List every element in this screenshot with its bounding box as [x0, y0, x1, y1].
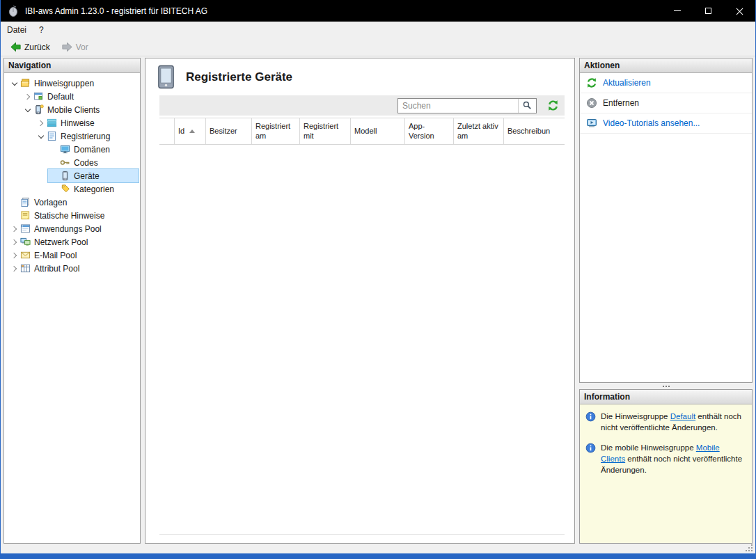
- expander-spacer: [48, 183, 60, 195]
- column-header-id[interactable]: Id: [175, 118, 206, 144]
- tree-item-registrierung[interactable]: Registrierung: [4, 129, 140, 143]
- tree-item-label: Codes: [74, 158, 98, 168]
- tree-item-label: Statische Hinweise: [34, 211, 104, 221]
- info-text: Die mobile Hinweisgruppe Mobile Clients …: [601, 442, 746, 475]
- attribut-pool-icon: [20, 263, 31, 274]
- tree-item-mobile-clients[interactable]: Mobile Clients: [4, 103, 140, 116]
- information-header: Information: [580, 390, 752, 404]
- column-label: Besitzer: [210, 127, 237, 136]
- column-header-app-version[interactable]: App-Version: [405, 118, 454, 144]
- minimize-icon: [674, 10, 681, 11]
- info-item-mobile-clients: Die mobile Hinweisgruppe Mobile Clients …: [585, 442, 746, 475]
- information-body: Die Hinweisgruppe Default enthält noch n…: [580, 404, 752, 543]
- info-text-prefix: Die Hinweisgruppe: [601, 412, 670, 420]
- tree-item-label: E-Mail Pool: [34, 251, 77, 260]
- tree-item-geraete[interactable]: Geräte: [4, 169, 140, 182]
- search-button[interactable]: [518, 99, 536, 113]
- domaenen-icon: [60, 144, 70, 155]
- app-icon: [7, 5, 19, 17]
- panel-splitter[interactable]: [579, 383, 753, 389]
- column-header-registriert-am[interactable]: Registriert am: [252, 118, 300, 144]
- action-aktualisieren[interactable]: Aktualisieren: [580, 73, 752, 93]
- menu-item-datei[interactable]: Datei: [1, 22, 33, 38]
- info-icon: [585, 411, 596, 422]
- minimize-button[interactable]: [661, 0, 693, 22]
- action-video-tutorials[interactable]: Video-Tutorials ansehen...: [580, 113, 752, 134]
- tree-item-hinweisgruppen[interactable]: Hinweisgruppen: [4, 77, 140, 90]
- navigation-panel: Navigation Hinweisgruppen: [3, 58, 141, 544]
- column-label: Registriert am: [255, 122, 296, 141]
- tree-item-label: Geräte: [74, 171, 100, 181]
- tree-item-label: Hinweisgruppen: [34, 79, 94, 88]
- tree-item-anwendungs-pool[interactable]: Anwendungs Pool: [4, 222, 140, 235]
- back-label: Zurück: [24, 42, 50, 52]
- tree-item-hinweise[interactable]: Hinweise: [4, 116, 140, 129]
- tree-item-domaenen[interactable]: Domänen: [4, 143, 140, 156]
- search-input[interactable]: [398, 99, 518, 113]
- maximize-button[interactable]: [693, 0, 724, 22]
- anwendungs-pool-icon: [20, 223, 31, 234]
- chevron-right-icon[interactable]: [8, 249, 20, 261]
- chevron-right-icon[interactable]: [8, 262, 20, 274]
- tree-item-codes[interactable]: Codes: [4, 156, 140, 169]
- info-item-default: Die Hinweisgruppe Default enthält noch n…: [585, 411, 746, 433]
- expander-spacer: [48, 143, 60, 155]
- window-bottom-border: [1, 553, 755, 559]
- action-entfernen[interactable]: Entfernen: [580, 93, 752, 113]
- column-header-zuletzt-aktiv-am[interactable]: Zuletzt aktiv am: [454, 118, 504, 144]
- column-label: Zuletzt aktiv am: [457, 122, 500, 141]
- search-box: [397, 98, 537, 113]
- tree-item-vorlagen[interactable]: Vorlagen: [4, 196, 140, 209]
- tree-item-label: Kategorien: [74, 184, 114, 194]
- action-label: Aktualisieren: [603, 78, 651, 88]
- vorlagen-icon: [20, 197, 31, 207]
- tree-item-statische-hinweise[interactable]: Statische Hinweise: [4, 209, 140, 222]
- tree-item-kategorien[interactable]: Kategorien: [4, 182, 140, 196]
- default-group-icon: [33, 91, 44, 102]
- column-label: Modell: [354, 127, 377, 136]
- refresh-grid-button[interactable]: [546, 99, 560, 113]
- column-label: Beschreibun: [507, 127, 550, 136]
- nav-toolbar: Zurück Vor: [1, 38, 755, 56]
- maximize-icon: [705, 8, 711, 14]
- window-title: IBI-aws Admin 1.23.0 - registriert für I…: [25, 6, 661, 16]
- column-label: Id: [178, 127, 184, 136]
- resize-grip[interactable]: [744, 544, 754, 553]
- column-header-modell[interactable]: Modell: [351, 118, 405, 144]
- chevron-down-icon[interactable]: [22, 104, 33, 116]
- mobile-clients-icon: [33, 104, 44, 115]
- chevron-right-icon[interactable]: [8, 223, 20, 235]
- table-body-empty: [159, 145, 565, 534]
- kategorien-icon: [60, 184, 70, 194]
- main-header: Registrierte Geräte: [145, 58, 574, 94]
- chevron-right-icon[interactable]: [22, 90, 33, 102]
- tree-item-default[interactable]: Default: [4, 90, 140, 103]
- tree-item-label: Domänen: [74, 145, 110, 155]
- column-header-besitzer[interactable]: Besitzer: [206, 118, 252, 144]
- expander-spacer: [8, 210, 20, 221]
- back-button[interactable]: Zurück: [5, 40, 55, 54]
- menu-item-help[interactable]: ?: [33, 22, 50, 38]
- expander-spacer: [48, 157, 60, 168]
- chevron-right-icon[interactable]: [35, 117, 47, 129]
- forward-button[interactable]: Vor: [56, 40, 93, 54]
- info-text-prefix: Die mobile Hinweisgruppe: [601, 443, 696, 452]
- tree-item-netzwerk-pool[interactable]: Netzwerk Pool: [4, 235, 140, 249]
- row-selector-column-header: [159, 118, 175, 144]
- hinweisgruppen-icon: [20, 78, 31, 88]
- chevron-down-icon[interactable]: [8, 77, 20, 89]
- tree-item-email-pool[interactable]: E-Mail Pool: [4, 249, 140, 262]
- close-button[interactable]: [724, 0, 755, 22]
- search-icon: [522, 100, 533, 111]
- info-link-default[interactable]: Default: [670, 412, 695, 420]
- tree-item-label: Vorlagen: [34, 198, 67, 207]
- column-header-registriert-mit[interactable]: Registriert mit: [300, 118, 351, 144]
- tree-item-label: Hinweise: [61, 118, 95, 128]
- column-header-beschreibung[interactable]: Beschreibun: [504, 118, 565, 144]
- sort-ascending-icon: [189, 129, 195, 133]
- navigation-tree: Hinweisgruppen Default: [4, 73, 140, 543]
- tree-item-attribut-pool[interactable]: Attribut Pool: [4, 262, 140, 275]
- chevron-right-icon[interactable]: [8, 236, 20, 248]
- application-window: IBI-aws Admin 1.23.0 - registriert für I…: [0, 0, 756, 559]
- chevron-down-icon[interactable]: [35, 130, 47, 142]
